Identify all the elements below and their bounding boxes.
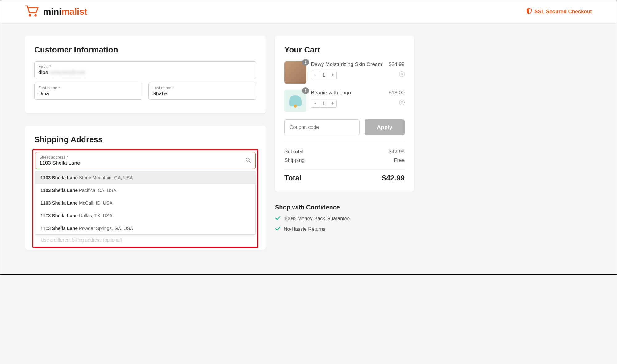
email-label: Email * — [38, 64, 252, 69]
header: minimalist SSL Secured Checkout — [0, 0, 617, 23]
confidence-heading: Shop with Confidence — [275, 204, 414, 211]
remove-item-button[interactable]: ✕ — [399, 71, 405, 77]
qty-value: 1 — [319, 71, 328, 79]
autocomplete-suggestion[interactable]: 1103 Sheila Lane Powder Springs, GA, USA — [35, 222, 255, 234]
product-name: Beanie with Logo — [311, 90, 384, 96]
confidence-item: No-Hassle Returns — [275, 226, 414, 232]
cart-item: 1 Beanie with Logo - 1 + $18.00 ✕ — [284, 90, 405, 112]
qty-decrease-button[interactable]: - — [311, 71, 319, 79]
ssl-secure-badge: SSL Secured Checkout — [526, 8, 592, 16]
firstname-field[interactable]: First name * Dipa — [34, 83, 142, 100]
total-value: $42.99 — [382, 174, 405, 182]
check-icon — [275, 226, 281, 232]
street-label: Street address * — [39, 155, 252, 159]
svg-line-3 — [249, 161, 251, 163]
apply-coupon-button[interactable]: Apply — [365, 119, 405, 135]
check-icon — [275, 216, 281, 221]
lastname-label: Last name * — [152, 85, 252, 90]
qty-value: 1 — [319, 99, 328, 107]
firstname-label: First name * — [38, 85, 138, 90]
autocomplete-highlight: Street address * 1103 Sheila Lane Stone … — [32, 149, 258, 248]
logo-text: minimalist — [43, 6, 87, 17]
product-thumbnail: 1 — [284, 90, 306, 112]
search-icon — [245, 157, 251, 164]
lastname-field[interactable]: Last name * Shaha — [148, 83, 256, 100]
street-address-field[interactable]: Street address * — [35, 152, 256, 169]
product-price: $24.99 — [389, 61, 405, 68]
subtotal-value: $42.99 — [389, 149, 405, 155]
address-autocomplete-dropdown: 1103 Sheila Lane Stone Mountain, GA, USA… — [35, 171, 256, 235]
shipping-label: Shipping — [284, 157, 305, 163]
qty-stepper: - 1 + — [311, 71, 337, 79]
autocomplete-suggestion[interactable]: 1103 Sheila Lane McCall, ID, USA — [35, 196, 255, 209]
qty-badge: 1 — [302, 59, 309, 66]
qty-badge: 1 — [302, 87, 309, 94]
customer-info-heading: Customer Information — [34, 45, 256, 55]
autocomplete-suggestion[interactable]: 1103 Sheila Lane Pacifica, CA, USA — [35, 184, 255, 196]
subtotal-label: Subtotal — [284, 149, 303, 155]
product-thumbnail: 1 — [284, 61, 306, 84]
cart-icon — [25, 5, 39, 18]
customer-info-card: Customer Information Email * dipa redact… — [25, 36, 266, 113]
shield-icon — [526, 8, 532, 16]
coupon-input[interactable] — [284, 119, 360, 135]
cart-heading: Your Cart — [284, 45, 405, 55]
qty-increase-button[interactable]: + — [328, 71, 336, 79]
email-field[interactable]: Email * dipa redacted@mail — [34, 61, 256, 78]
svg-point-1 — [35, 15, 36, 16]
svg-point-2 — [246, 158, 249, 161]
shipping-value: Free — [394, 157, 405, 163]
confidence-section: Shop with Confidence 100% Money-Back Gua… — [275, 204, 414, 232]
autocomplete-suggestion[interactable]: 1103 Sheila Lane Stone Mountain, GA, USA — [35, 171, 255, 184]
total-label: Total — [284, 174, 302, 182]
product-price: $18.00 — [389, 90, 405, 96]
logo[interactable]: minimalist — [25, 5, 87, 18]
product-name: Dewy Moisturizing Skin Cream — [311, 61, 384, 68]
qty-increase-button[interactable]: + — [328, 99, 336, 107]
shipping-heading: Shipping Address — [34, 135, 256, 144]
remove-item-button[interactable]: ✕ — [399, 100, 405, 105]
qty-stepper: - 1 + — [311, 99, 337, 108]
shipping-address-card: Shipping Address Street address * 1103 S… — [25, 126, 266, 250]
autocomplete-suggestion[interactable]: 1103 Sheila Lane Dallas, TX, USA — [35, 209, 255, 222]
street-input[interactable] — [39, 160, 252, 166]
qty-decrease-button[interactable]: - — [311, 99, 319, 107]
cart-card: Your Cart 1 Dewy Moisturizing Skin Cream… — [275, 36, 414, 192]
confidence-item: 100% Money-Back Guarantee — [275, 216, 414, 221]
svg-point-0 — [29, 15, 31, 16]
billing-address-option: Use a different billing address (optiona… — [35, 235, 256, 245]
cart-item: 1 Dewy Moisturizing Skin Cream - 1 + $24… — [284, 61, 405, 84]
